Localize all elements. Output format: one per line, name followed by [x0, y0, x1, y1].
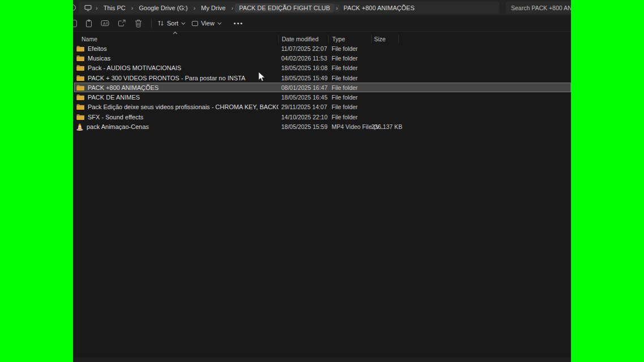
file-date: 14/10/2025 22:10 — [278, 114, 328, 120]
file-date: 08/01/2025 16:47 — [278, 84, 328, 91]
file-date: 18/05/2025 15:49 — [278, 75, 328, 81]
file-row-pack-de-animes[interactable]: PACK DE ANIMES 18/05/2025 16:45 File fol… — [74, 92, 571, 102]
status-bar — [73, 357, 571, 362]
file-name: Efeitos — [88, 45, 107, 52]
file-row-pack-animacao-cenas[interactable]: pack Animaçao-Cenas 18/05/2025 15:59 MP4… — [74, 122, 571, 131]
folder-icon — [76, 104, 84, 110]
file-date: 11/07/2025 22:07 — [278, 45, 328, 52]
file-name: pack Animaçao-Cenas — [87, 123, 149, 130]
file-date: 18/05/2025 16:45 — [278, 94, 328, 101]
chevron-right-icon: › — [94, 4, 100, 12]
share-button[interactable] — [117, 19, 126, 28]
file-row-pack-edicao-chroma-key[interactable]: Pack Edição deixe seus videos profission… — [74, 102, 571, 112]
file-row-pack-800-animacoes-selected[interactable]: PACK +800 ANIMAÇÕES 08/01/2025 16:47 Fil… — [74, 83, 571, 92]
file-type: File folder — [328, 64, 371, 71]
rename-icon: A — [101, 19, 110, 27]
folder-icon — [76, 114, 84, 120]
file-row-pack-audios-motivacionais[interactable]: Pack - AUDIOS MOTIVACIONAIS 18/05/2025 1… — [74, 63, 571, 73]
breadcrumb-google-drive[interactable]: Google Drive (G:) — [135, 3, 191, 12]
column-headers: Name Date modified Type Size — [74, 34, 571, 44]
file-name: SFX - Sound effects — [88, 114, 143, 120]
view-button[interactable]: View — [192, 20, 220, 27]
view-layout-icon — [192, 21, 198, 26]
clipboard-paste-icon — [85, 19, 93, 28]
rename-button[interactable]: A — [101, 19, 110, 28]
file-type: File folder — [328, 75, 371, 81]
file-name: Pack - AUDIOS MOTIVACIONAIS — [88, 64, 181, 71]
delete-button[interactable] — [134, 19, 143, 28]
command-toolbar: A Sort — [73, 15, 571, 32]
file-row-pack-300-videos-prontos[interactable]: PACK + 300 VIDEOS PRONTOS - Para postar … — [74, 73, 571, 83]
toolbar-divider — [151, 19, 152, 28]
column-header-name[interactable]: Name — [74, 36, 278, 42]
file-type: File folder — [328, 94, 371, 101]
chevron-right-icon: › — [334, 4, 340, 12]
file-row-sfx-sound-effects[interactable]: SFX - Sound effects 14/10/2025 22:10 Fil… — [74, 112, 571, 122]
copy-icon[interactable] — [73, 20, 77, 27]
chevron-right-icon: › — [130, 4, 135, 12]
folder-icon — [76, 45, 84, 52]
refresh-icon[interactable] — [73, 5, 76, 11]
file-type: File folder — [328, 45, 371, 52]
sort-label: Sort — [167, 20, 178, 27]
file-name: PACK DE ANIMES — [88, 94, 140, 101]
this-pc-monitor-icon — [84, 5, 92, 11]
search-box[interactable] — [506, 2, 571, 14]
share-icon — [118, 19, 126, 27]
file-explorer-window: › This PC › Google Drive (G:) › My Drive… — [73, 0, 571, 362]
breadcrumb-pack-de-edicao-fight-club[interactable]: PACK DE EDIÇÃO FIGHT CLUB — [235, 3, 334, 12]
file-row-efeitos[interactable]: Efeitos 11/07/2025 22:07 File folder — [74, 44, 571, 53]
file-type: MP4 Video File (V... — [328, 123, 371, 130]
more-options-button[interactable]: ••• — [234, 20, 244, 27]
file-date: 18/05/2025 15:59 — [278, 123, 328, 130]
breadcrumb-this-pc[interactable]: This PC — [100, 3, 130, 12]
file-list: Efeitos 11/07/2025 22:07 File folder Mus… — [74, 44, 571, 132]
folder-icon — [76, 55, 84, 62]
folder-icon — [76, 94, 84, 101]
view-label: View — [201, 20, 214, 27]
file-date: 29/11/2025 14:07 — [278, 104, 328, 110]
file-name: PACK + 300 VIDEOS PRONTOS - Para postar … — [88, 75, 245, 81]
file-name: Musicas — [88, 55, 110, 62]
folder-icon — [76, 84, 84, 91]
trash-icon — [135, 19, 142, 28]
file-date: 18/05/2025 16:08 — [278, 64, 328, 71]
folder-icon — [76, 75, 84, 81]
file-type: File folder — [328, 104, 371, 110]
breadcrumb-pack-800-animacoes[interactable]: PACK +800 ANIMAÇÕES — [340, 3, 418, 12]
svg-text:A: A — [103, 21, 106, 25]
file-size: 236.137 KB — [371, 123, 399, 130]
sort-arrows-icon — [157, 20, 164, 27]
address-toolbar-strip: › This PC › Google Drive (G:) › My Drive… — [73, 0, 571, 15]
search-input[interactable] — [511, 5, 571, 11]
file-type: File folder — [328, 55, 371, 62]
chevron-down-icon — [217, 20, 221, 24]
column-header-size[interactable]: Size — [371, 35, 399, 43]
file-name: Pack Edição deixe seus videos profission… — [88, 104, 278, 110]
file-date: 04/02/2026 11:53 — [278, 55, 328, 62]
breadcrumb-my-drive[interactable]: My Drive — [197, 3, 229, 12]
folder-icon — [76, 64, 84, 71]
column-header-date-modified[interactable]: Date modified — [278, 35, 328, 43]
file-type: File folder — [328, 84, 371, 91]
column-header-type[interactable]: Type — [328, 35, 371, 43]
paste-button[interactable] — [84, 19, 93, 28]
chevron-right-icon: › — [230, 4, 235, 12]
file-name: PACK +800 ANIMAÇÕES — [88, 84, 158, 91]
address-bar[interactable]: › This PC › Google Drive (G:) › My Drive… — [79, 2, 499, 14]
file-row-musicas[interactable]: Musicas 04/02/2026 11:53 File folder — [74, 53, 571, 63]
chevron-right-icon: › — [192, 4, 198, 12]
vlc-cone-icon — [76, 123, 83, 131]
chevron-down-icon — [182, 20, 186, 24]
sort-button[interactable]: Sort — [157, 20, 184, 27]
file-type: File folder — [328, 114, 371, 120]
mouse-cursor — [258, 71, 266, 85]
